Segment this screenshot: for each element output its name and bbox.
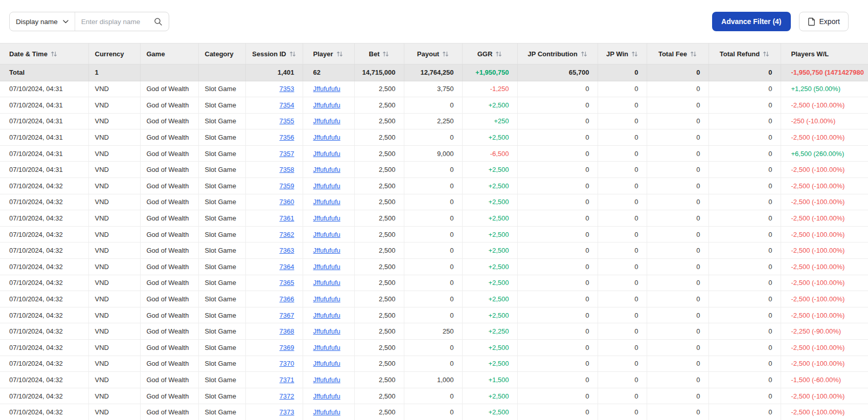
total-session_id: 1,401	[245, 64, 303, 81]
cell-value: God of Wealth	[147, 263, 189, 271]
search-icon[interactable]	[153, 17, 169, 26]
cell-value: 07/10/2024, 04:32	[9, 198, 63, 206]
cell-value: VND	[95, 134, 109, 141]
col-header-currency: Currency	[88, 43, 140, 64]
col-header-total_fee[interactable]: Total Fee	[647, 43, 709, 64]
session-id-link[interactable]: 7354	[280, 101, 294, 109]
sort-icon[interactable]	[51, 51, 57, 57]
player-link[interactable]: Jffufufufu	[313, 198, 340, 206]
cell-value: VND	[95, 376, 109, 384]
session-id-link[interactable]: 7353	[280, 85, 294, 93]
sort-icon[interactable]	[631, 51, 638, 57]
session-id-link[interactable]: 7358	[280, 166, 294, 173]
sort-icon[interactable]	[382, 51, 389, 57]
sort-icon[interactable]	[581, 51, 587, 57]
cell-value: 0	[696, 344, 700, 351]
session-id-link[interactable]: 7364	[280, 263, 294, 271]
col-header-ggr[interactable]: GGR	[462, 43, 517, 64]
session-id-link[interactable]: 7361	[280, 214, 294, 222]
player-link[interactable]: Jffufufufu	[313, 247, 340, 254]
cell-bet: 2,500	[354, 178, 404, 194]
player-link[interactable]: Jffufufufu	[313, 101, 340, 109]
session-id-link[interactable]: 7371	[280, 376, 294, 384]
col-header-total_refund[interactable]: Total Refund	[709, 43, 781, 64]
cell-value: 0	[634, 134, 638, 141]
sort-icon[interactable]	[289, 51, 296, 57]
display-name-dropdown[interactable]: Display name	[10, 12, 75, 31]
col-header-datetime[interactable]: Date & Time	[0, 43, 88, 64]
total-datetime: Total	[0, 64, 88, 81]
player-link[interactable]: Jffufufufu	[313, 279, 340, 286]
cell-currency: VND	[88, 291, 140, 307]
player-link[interactable]: Jffufufufu	[313, 214, 340, 222]
session-id-link[interactable]: 7356	[280, 134, 294, 141]
sort-icon[interactable]	[763, 51, 769, 57]
session-id-link[interactable]: 7360	[280, 198, 294, 206]
session-id-link[interactable]: 7357	[280, 150, 294, 158]
cell-payout: 0	[404, 291, 462, 307]
player-link[interactable]: Jffufufufu	[313, 85, 340, 93]
cell-value: Slot Game	[205, 166, 236, 173]
player-link[interactable]: Jffufufufu	[313, 344, 340, 351]
player-link[interactable]: Jffufufufu	[313, 376, 340, 384]
table-row: 07/10/2024, 04:31VNDGod of WealthSlot Ga…	[0, 145, 868, 162]
cell-total_refund: 0	[709, 340, 781, 356]
player-link[interactable]: Jffufufufu	[313, 392, 340, 400]
cell-total_fee: 0	[647, 178, 709, 194]
player-link[interactable]: Jffufufufu	[313, 150, 340, 158]
session-id-link[interactable]: 7365	[280, 279, 294, 286]
session-id-link[interactable]: 7355	[280, 117, 294, 125]
cell-value: 0	[585, 408, 589, 416]
player-link[interactable]: Jffufufufu	[313, 166, 340, 173]
session-id-link[interactable]: 7367	[280, 312, 294, 319]
session-id-link[interactable]: 7363	[280, 247, 294, 254]
player-link[interactable]: Jffufufufu	[313, 312, 340, 319]
display-name-search-input[interactable]	[75, 12, 153, 31]
player-link[interactable]: Jffufufufu	[313, 295, 340, 303]
col-header-player[interactable]: Player	[303, 43, 354, 64]
cell-value: 0	[768, 344, 772, 351]
col-header-payout[interactable]: Payout	[404, 43, 462, 64]
player-link[interactable]: Jffufufufu	[313, 117, 340, 125]
advance-filter-button[interactable]: Advance Filter (4)	[712, 12, 790, 31]
cell-datetime: 07/10/2024, 04:32	[0, 340, 88, 356]
player-link[interactable]: Jffufufufu	[313, 408, 340, 416]
cell-value: +2,500	[488, 263, 509, 271]
player-link[interactable]: Jffufufufu	[313, 327, 340, 335]
cell-total_fee: 0	[647, 129, 709, 146]
cell-value: 0	[450, 344, 453, 351]
session-id-link[interactable]: 7368	[280, 327, 294, 335]
player-link[interactable]: Jffufufufu	[313, 134, 340, 141]
sort-icon[interactable]	[690, 51, 697, 57]
player-link[interactable]: Jffufufufu	[313, 231, 340, 238]
cell-value: 2,500	[379, 214, 396, 222]
export-button[interactable]: Export	[799, 12, 849, 31]
session-id-link[interactable]: 7372	[280, 392, 294, 400]
session-id-link[interactable]: 7362	[280, 231, 294, 238]
session-id-link[interactable]: 7369	[280, 344, 294, 351]
sort-icon[interactable]	[442, 51, 449, 57]
col-header-jp_win[interactable]: JP Win	[598, 43, 647, 64]
cell-currency: VND	[88, 178, 140, 194]
col-header-session_id[interactable]: Session ID	[245, 43, 303, 64]
sort-icon[interactable]	[336, 51, 343, 57]
cell-value: -2,500 (-100.00%)	[791, 408, 845, 416]
total-value: 0	[696, 69, 700, 76]
player-link[interactable]: Jffufufufu	[313, 263, 340, 271]
cell-value: 2,250	[437, 117, 454, 125]
col-header-jp_contribution[interactable]: JP Contribution	[517, 43, 598, 64]
cell-value: 07/10/2024, 04:32	[9, 392, 63, 400]
cell-value: 0	[768, 231, 772, 238]
session-id-link[interactable]: 7373	[280, 408, 294, 416]
player-link[interactable]: Jffufufufu	[313, 182, 340, 190]
session-id-link[interactable]: 7366	[280, 295, 294, 303]
sort-icon[interactable]	[495, 51, 502, 57]
col-header-bet[interactable]: Bet	[354, 43, 404, 64]
cell-session_id: 7354	[245, 97, 303, 114]
player-link[interactable]: Jffufufufu	[313, 360, 340, 367]
session-id-link[interactable]: 7359	[280, 182, 294, 190]
cell-value: Slot Game	[205, 279, 236, 286]
session-id-link[interactable]: 7370	[280, 360, 294, 367]
col-header-inner: Player	[313, 50, 343, 58]
cell-players_wl: -2,500 (-100.00%)	[781, 226, 868, 242]
